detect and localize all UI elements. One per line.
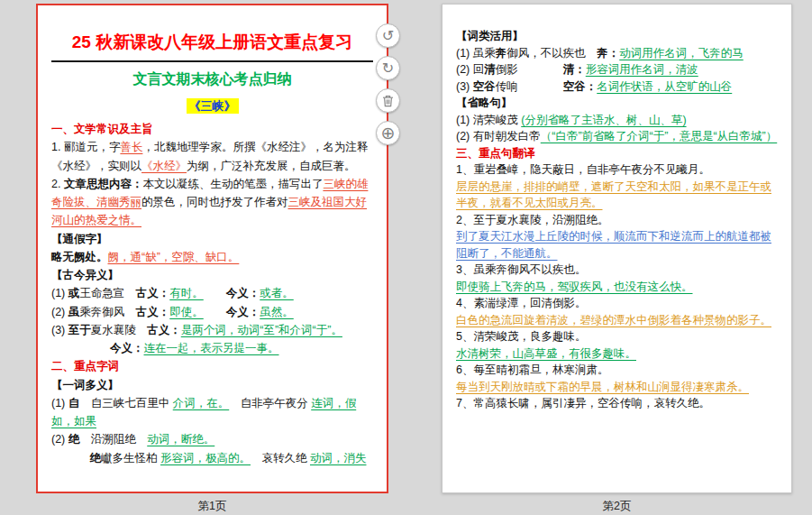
page-1-label: 第1页 <box>36 499 388 514</box>
rotate-ccw-button[interactable]: ↺ <box>376 23 400 48</box>
rotate-cw-icon: ↻ <box>382 61 394 76</box>
page-1-body: 25 秋新课改八年级上册语文重点复习 文言文期末核心考点归纳 《三峡》 一、文学… <box>38 5 387 467</box>
text-line: (1) 清荣峻茂 (分别省略了主语水、树、山、草) <box>456 112 778 129</box>
text-line: (1) 自 自三峡七百里中 介词，在。 自非亭午夜分 连词，假如，如果 <box>51 394 373 431</box>
text-line: 2、至于夏水襄陵，沿溯阻绝。 <box>456 212 778 229</box>
plus-circle-icon: ⊕ <box>381 124 396 142</box>
text-line: 一、文学常识及主旨 <box>51 120 373 138</box>
text-line: 绝巘多生怪柏 形容词，极高的。 哀转久绝 动词，消失 <box>51 449 373 467</box>
text-line: 7、常高猿长啸，属引凄异，空谷传响，哀转久绝。 <box>456 395 778 412</box>
text-line: 4、素湍绿潭，回清倒影。 <box>456 295 778 312</box>
text-line: 5、清荣峻茂，良多趣味。 <box>456 328 778 345</box>
text-line: (3) 至于夏水襄陵 古义：是两个词，动词“至”和介词“于”。 <box>51 321 373 339</box>
document-title: 25 秋新课改八年级上册语文重点复习 <box>51 31 373 54</box>
workspace: { "colors": { "page_border_selected": "#… <box>0 0 812 515</box>
lesson-badge: 《三峡》 <box>187 98 239 114</box>
text-line: (2) 有时朝发白帝（“白帝”前省略了介词“于”，意思是“从白帝城”） <box>456 128 778 145</box>
lesson-badge-row: 《三峡》 <box>51 97 373 115</box>
text-line: (2) 虽乘奔御风 古义：即使。 今义：虽然。 <box>51 303 373 321</box>
text-line: 水清树荣，山高草盛，有很多趣味。 <box>456 345 778 363</box>
text-line: (3) 空谷传响 空谷：名词作状语，从空旷的山谷 <box>456 78 778 96</box>
delete-page-button[interactable] <box>376 88 400 113</box>
title-divider <box>51 60 373 62</box>
text-line: 1、重岩叠嶂，隐天蔽日，自非亭午夜分不见曦月。 <box>456 161 778 179</box>
text-line: (2) 回清倒影 清：形容词用作名词，清波 <box>456 61 778 78</box>
page-toolbar: ↺ ↻ ⊕ <box>376 23 400 145</box>
page-2-body: 【词类活用】(1) 虽乘奔御风，不以疾也 奔：动词用作名词，飞奔的马(2) 回清… <box>442 5 791 412</box>
text-line: 1. 郦道元，字善长，北魏地理学家。所撰《水经注》，名为注释《水经》，实则以《水… <box>51 138 373 175</box>
document-subtitle: 文言文期末核心考点归纳 <box>51 70 373 89</box>
text-line: 即使骑上飞奔的马，驾驭疾风，也没有这么快。 <box>456 279 778 296</box>
text-line: 二、重点字词 <box>51 357 373 375</box>
text-line: 略无阙处。阙，通“缺”，空隙、缺口。 <box>51 248 373 266</box>
text-line: 【一词多义】 <box>51 376 373 394</box>
rotate-ccw-icon: ↺ <box>382 29 394 43</box>
text-line: 今义：连在一起，表示另提一事。 <box>51 339 373 357</box>
text-line: 三、重点句翻译 <box>456 145 778 162</box>
page-1-content: 一、文学常识及主旨1. 郦道元，字善长，北魏地理学家。所撰《水经注》，名为注释《… <box>51 120 373 467</box>
text-line: 6、每至晴初霜旦，林寒涧肃。 <box>456 362 778 379</box>
text-line: (2) 绝 沿溯阻绝 动词，断绝。 <box>51 430 373 448</box>
text-line: 3、虽乘奔御风不以疾也。 <box>456 262 778 279</box>
zoom-in-button[interactable]: ⊕ <box>376 121 400 145</box>
rotate-cw-button[interactable]: ↻ <box>376 56 400 80</box>
page-1[interactable]: 25 秋新课改八年级上册语文重点复习 文言文期末核心考点归纳 《三峡》 一、文学… <box>36 4 388 493</box>
text-line: 到了夏天江水漫上丘陵的时候，顺流而下和逆流而上的航道都被阻断了，不能通航。 <box>456 228 778 262</box>
text-line: 层层的悬崖，排排的峭壁，遮断了天空和太阳，如果不是正午或半夜，就看不见太阳或月亮… <box>456 179 778 212</box>
text-line: 【词类活用】 <box>456 28 778 45</box>
text-line: 白色的急流回旋着清波，碧绿的潭水中倒影着各种景物的影子。 <box>456 312 778 329</box>
page-2[interactable]: 【词类活用】(1) 虽乘奔御风，不以疾也 奔：动词用作名词，飞奔的马(2) 回清… <box>442 4 792 493</box>
text-line: 2. 文章思想内容：本文以凝练、生动的笔墨，描写出了三峡的雄奇险拔、清幽秀丽的景… <box>51 175 373 230</box>
trash-icon <box>382 95 394 107</box>
text-line: (1) 虽乘奔御风，不以疾也 奔：动词用作名词，飞奔的马 <box>456 45 778 62</box>
text-line: 【通假字】 <box>51 230 373 248</box>
text-line: (1) 或王命急宣 古义：有时。 今义：或者。 <box>51 284 373 302</box>
text-line: 【古今异义】 <box>51 266 373 284</box>
page-2-content: 【词类活用】(1) 虽乘奔御风，不以疾也 奔：动词用作名词，飞奔的马(2) 回清… <box>456 28 778 412</box>
page-2-label: 第2页 <box>442 499 792 514</box>
text-line: 每当到天刚放晴或下霜的早晨，树林和山涧显得凄寒肃杀。 <box>456 379 778 396</box>
text-line: 【省略句】 <box>456 95 778 112</box>
